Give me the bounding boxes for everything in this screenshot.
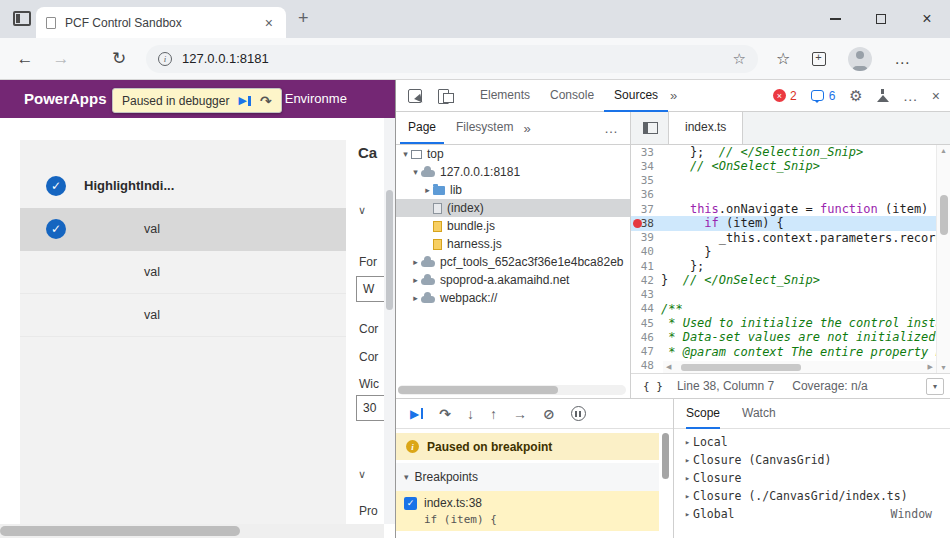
grid-row[interactable]: ✓ val <box>20 208 346 251</box>
overlay-resume-button[interactable]: ▶ <box>238 94 250 107</box>
line-number[interactable]: 45 <box>631 317 661 330</box>
maximize-button[interactable] <box>858 0 904 38</box>
breakpoints-section-header[interactable]: ▾ Breakpoints <box>396 463 659 491</box>
url-text[interactable]: 127.0.0.1:8181 <box>182 51 733 66</box>
breakpoint-checkbox[interactable]: ✓ <box>404 497 417 510</box>
line-number[interactable]: 42 <box>631 274 661 287</box>
step-button[interactable]: → <box>513 406 527 422</box>
line-number[interactable]: 35 <box>631 174 661 187</box>
code-line[interactable]: 41 }; <box>631 259 936 273</box>
step-over-button[interactable]: ↷ <box>439 406 451 422</box>
form-factor-select[interactable]: W <box>356 276 384 302</box>
scroll-left-icon[interactable]: ◀ <box>666 363 671 371</box>
code-line[interactable]: 46 * Data-set values are not initialized… <box>631 330 936 344</box>
scrollbar-thumb[interactable] <box>681 364 801 371</box>
line-number[interactable]: 36 <box>631 188 661 201</box>
settings-gear-icon[interactable]: ⚙ <box>849 87 862 105</box>
file-tab-index-ts[interactable]: index.ts <box>668 112 743 144</box>
collapse-navigator-icon[interactable] <box>643 122 658 134</box>
forward-button[interactable]: → <box>50 49 72 69</box>
page-vertical-scrollbar[interactable] <box>384 118 395 524</box>
expand-arrow-icon[interactable]: ▸ <box>422 185 433 195</box>
tree-item-index[interactable]: (index) <box>396 199 630 217</box>
code-line-paused[interactable]: 38 if (item) { <box>631 216 936 230</box>
line-number[interactable]: 37 <box>631 203 661 216</box>
code-line[interactable]: 36 <box>631 188 936 202</box>
scope-item-global[interactable]: ▸ Global Window <box>674 505 950 523</box>
section-chevron-icon[interactable]: ∨ <box>358 204 366 217</box>
address-bar[interactable]: i 127.0.0.1:8181 ☆ <box>146 45 758 73</box>
tree-item-spoprod[interactable]: ▸ spoprod-a.akamaihd.net <box>396 271 630 289</box>
tab-console[interactable]: Console <box>540 80 604 112</box>
code-line[interactable]: 34 // <OnSelect_Snip> <box>631 159 936 173</box>
expand-arrow-icon[interactable]: ▸ <box>410 275 421 285</box>
pretty-print-icon[interactable]: { } <box>643 380 663 393</box>
browser-tab[interactable]: PCF Control Sandbox × <box>36 7 286 38</box>
expand-arrow-icon[interactable]: ▸ <box>410 257 421 267</box>
line-number[interactable]: 44 <box>631 302 661 315</box>
tree-item-lib[interactable]: ▸ lib <box>396 181 630 199</box>
code-line[interactable]: 47 * @param context The entire property … <box>631 345 936 359</box>
scope-item-closure[interactable]: ▸ Closure (CanvasGrid) <box>674 451 950 469</box>
grid-header-row[interactable]: ✓ HighlightIndi... <box>20 165 346 208</box>
line-number[interactable]: 47 <box>631 345 661 358</box>
more-tabs-icon[interactable]: » <box>670 80 677 112</box>
tree-item-bundle-js[interactable]: bundle.js <box>396 217 630 235</box>
issues-count-badge[interactable]: 6 <box>811 89 836 103</box>
expand-arrow-icon[interactable]: ▸ <box>410 293 421 303</box>
inspect-element-icon[interactable] <box>408 89 422 103</box>
tree-item-top[interactable]: ▾ top <box>396 145 630 163</box>
section-chevron-icon[interactable]: ∨ <box>358 468 366 481</box>
grid-row[interactable]: val <box>20 251 346 294</box>
scope-item-closure[interactable]: ▸ Closure (./CanvasGrid/index.ts) <box>674 487 950 505</box>
code-line[interactable]: 33 }; // </Selection_Snip> <box>631 145 936 159</box>
step-out-button[interactable]: ↑ <box>490 406 497 422</box>
resume-script-button[interactable]: ▶ <box>410 407 423 421</box>
tab-watch[interactable]: Watch <box>742 399 776 429</box>
line-number[interactable]: 40 <box>631 245 661 258</box>
expand-arrow-icon[interactable]: ▾ <box>400 149 411 159</box>
browser-menu-icon[interactable]: … <box>894 50 911 68</box>
vertical-tabs-icon[interactable] <box>13 11 31 26</box>
editor-vertical-scrollbar[interactable]: ▲ ▼ <box>936 145 950 373</box>
tree-item-webpack[interactable]: ▸ webpack:// <box>396 289 630 307</box>
scrollbar-thumb[interactable] <box>0 526 240 536</box>
scroll-up-icon[interactable]: ▲ <box>937 147 950 154</box>
code-line[interactable]: 44/** <box>631 302 936 316</box>
line-number[interactable]: 43 <box>631 288 661 301</box>
tab-elements[interactable]: Elements <box>470 80 540 112</box>
tree-item-origin[interactable]: ▾ 127.0.0.1:8181 <box>396 163 630 181</box>
new-tab-button[interactable]: + <box>298 8 309 29</box>
navigator-menu-icon[interactable]: … <box>604 120 618 136</box>
devtools-close-icon[interactable]: × <box>932 88 940 104</box>
back-button[interactable]: ← <box>14 49 36 69</box>
scope-item-local[interactable]: ▸ Local <box>674 433 950 451</box>
line-number[interactable]: 46 <box>631 331 661 344</box>
code-line[interactable]: 40 } <box>631 245 936 259</box>
breakpoint-entry[interactable]: ✓ index.ts:38 if (item) { <box>396 491 659 531</box>
add-favorite-icon[interactable]: ☆ <box>733 50 746 68</box>
line-number[interactable]: 48 <box>631 359 661 372</box>
profile-avatar[interactable] <box>848 47 872 71</box>
favorites-icon[interactable]: ☆ <box>776 49 790 68</box>
scroll-right-icon[interactable]: ▶ <box>928 363 933 371</box>
tree-horizontal-scrollbar[interactable] <box>398 385 626 395</box>
page-horizontal-scrollbar[interactable] <box>0 524 384 538</box>
deactivate-breakpoints-button[interactable]: ⊘ <box>543 406 555 422</box>
tab-close-icon[interactable]: × <box>262 15 276 31</box>
scrollbar-thumb[interactable] <box>662 433 669 479</box>
tab-sources[interactable]: Sources <box>604 80 668 112</box>
pause-on-exceptions-button[interactable] <box>571 406 586 421</box>
tree-item-harness-js[interactable]: harness.js <box>396 235 630 253</box>
tab-scope[interactable]: Scope <box>686 399 720 429</box>
line-number[interactable]: 33 <box>631 146 661 159</box>
scroll-down-icon[interactable]: ▼ <box>937 364 950 371</box>
code-line[interactable]: 35 <box>631 174 936 188</box>
tab-page[interactable]: Page <box>400 112 444 144</box>
debugger-scrollbar[interactable] <box>660 433 671 537</box>
more-navigator-tabs-icon[interactable]: » <box>523 121 530 136</box>
line-number[interactable]: 34 <box>631 160 661 173</box>
code-line[interactable]: 42} // </OnSelect_Snip> <box>631 273 936 287</box>
reload-button[interactable]: ↻ <box>108 48 130 69</box>
grid-row[interactable]: val <box>20 294 346 337</box>
